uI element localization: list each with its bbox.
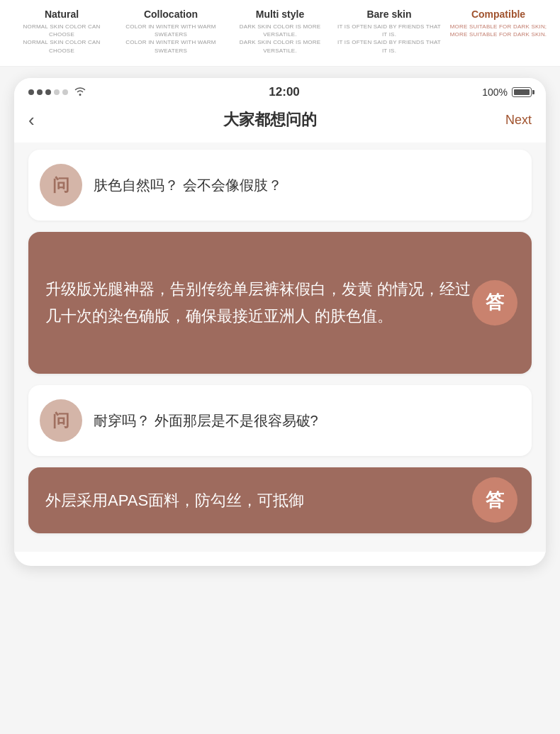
nav-item-collocation[interactable]: Collocation COLOR IN WINTER WITH WARM SW… [116, 9, 225, 55]
qa-block-3: 问 耐穿吗？ 外面那层是不是很容易破? [28, 385, 532, 456]
nav-subtitle-natural: NORMAL SKIN COLOR CAN CHOOSENORMAL SKIN … [10, 23, 113, 55]
signal-dot-3 [45, 89, 51, 95]
nav-subtitle-bareskin: IT IS OFTEN SAID BY FRIENDS THAT IT IS.I… [337, 23, 441, 55]
nav-title-bareskin: Bare skin [366, 9, 411, 20]
question-icon-label-2: 问 [52, 409, 69, 432]
top-navigation: Natural NORMAL SKIN COLOR CAN CHOOSENORM… [0, 0, 560, 67]
phone-mockup: 12:00 100% ‹ 大家都想问的 Next 问 肤色自然吗？ 会不会像假肢… [14, 78, 546, 566]
back-button[interactable]: ‹ [28, 109, 35, 131]
nav-item-natural[interactable]: Natural NORMAL SKIN COLOR CAN CHOOSENORM… [7, 9, 116, 55]
answer-text-partial-2: 外层采用APAS面料，防勾丝，可抵御 [45, 487, 515, 513]
nav-title-compatible: Compatible [471, 9, 525, 20]
answer-icon-label-1: 答 [486, 290, 504, 315]
status-bar: 12:00 100% [14, 78, 546, 104]
signal-indicators [28, 86, 86, 98]
answer-icon-1: 答 [472, 280, 517, 326]
nav-subtitle-compatible: MORE SUITABLE FOR DARK SKIN;MORE SUITABL… [450, 23, 547, 38]
signal-dot-1 [28, 89, 34, 95]
battery-percent: 100% [482, 87, 508, 98]
page-header: ‹ 大家都想问的 Next [14, 104, 546, 143]
battery-indicator: 100% [482, 87, 532, 98]
battery-fill [514, 89, 530, 95]
nav-subtitle-collocation: COLOR IN WINTER WITH WARM SWEATERSCOLOR … [119, 23, 223, 55]
answer-text-1: 升级版光腿神器，告别传统单层裤袜假白，发黄 的情况，经过几十次的染色确版，确保最… [45, 276, 515, 329]
question-text-2: 耐穿吗？ 外面那层是不是很容易破? [94, 411, 318, 430]
nav-item-multistyle[interactable]: Multi style DARK SKIN COLOR IS MORE VERS… [225, 9, 335, 55]
nav-title-natural: Natural [45, 9, 79, 20]
signal-dot-2 [37, 89, 43, 95]
question-icon-1: 问 [40, 164, 82, 206]
signal-dot-5 [62, 89, 68, 95]
next-button[interactable]: Next [505, 113, 532, 128]
question-card-2: 问 耐穿吗？ 外面那层是不是很容易破? [28, 385, 532, 456]
nav-subtitle-multistyle: DARK SKIN COLOR IS MORE VERSATILE.DARK S… [228, 23, 332, 55]
question-text-1: 肤色自然吗？ 会不会像假肢？ [94, 175, 282, 195]
answer-icon-label-2: 答 [486, 488, 504, 513]
qa-block-4: 外层采用APAS面料，防勾丝，可抵御 答 [28, 467, 532, 533]
answer-icon-2: 答 [472, 477, 517, 523]
nav-title-multistyle: Multi style [256, 9, 304, 20]
question-icon-label-1: 问 [52, 174, 69, 196]
answer-card-partial-2: 外层采用APAS面料，防勾丝，可抵御 答 [28, 467, 532, 533]
nav-item-bareskin[interactable]: Bare skin IT IS OFTEN SAID BY FRIENDS TH… [335, 9, 444, 55]
content-area: 问 肤色自然吗？ 会不会像假肢？ 升级版光腿神器，告别传统单层裤袜假白，发黄 的… [14, 143, 546, 552]
qa-block-2: 升级版光腿神器，告别传统单层裤袜假白，发黄 的情况，经过几十次的染色确版，确保最… [28, 232, 532, 374]
signal-dot-4 [54, 89, 60, 95]
question-icon-2: 问 [40, 399, 82, 442]
wifi-icon [74, 86, 86, 98]
question-card-1: 问 肤色自然吗？ 会不会像假肢？ [28, 150, 532, 221]
nav-item-compatible[interactable]: Compatible MORE SUITABLE FOR DARK SKIN;M… [444, 9, 553, 38]
clock: 12:00 [269, 85, 299, 99]
answer-card-1: 升级版光腿神器，告别传统单层裤袜假白，发黄 的情况，经过几十次的染色确版，确保最… [28, 232, 532, 374]
battery-bar [512, 87, 532, 97]
qa-block-1: 问 肤色自然吗？ 会不会像假肢？ [28, 150, 532, 221]
nav-title-collocation: Collocation [144, 9, 198, 20]
page-title: 大家都想问的 [223, 109, 317, 130]
